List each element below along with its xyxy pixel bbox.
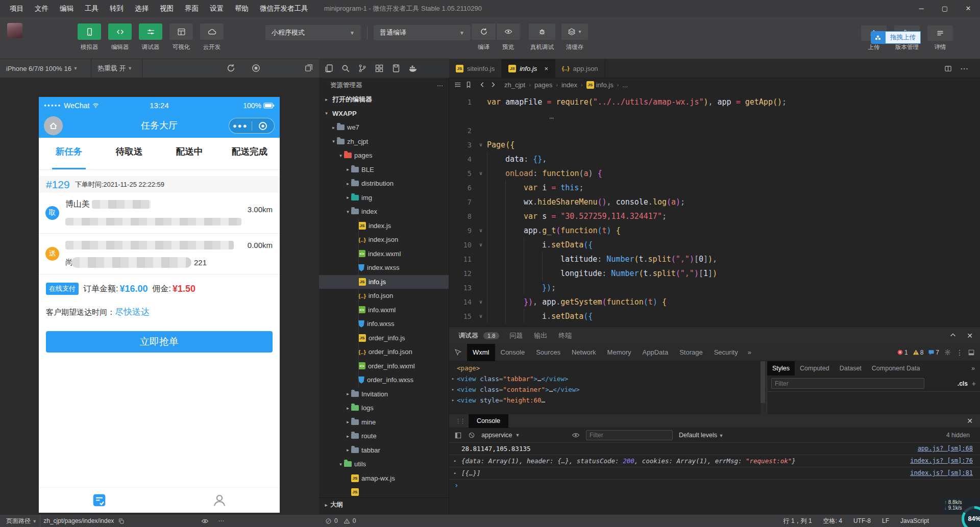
fold-chevron-icon[interactable]: ∨ [475, 166, 487, 181]
warning-count-badge[interactable]: 8 [913, 349, 924, 356]
tree-item-tabbar[interactable]: ▸tabbar [319, 443, 449, 458]
console-log-row-2[interactable]: ▸[{…}]index.js? [sm]:81 [449, 467, 980, 480]
styles-filter-input[interactable] [771, 378, 924, 389]
menu-item-2[interactable]: 编辑 [54, 0, 79, 17]
tree-item-index.wxss[interactable]: index.wxss [319, 261, 449, 275]
breadcrumb-item-...[interactable]: ... [622, 81, 628, 89]
editor-tab-siteinfo.js[interactable]: JSsiteinfo.js [449, 59, 502, 78]
devtools-tab-Console[interactable]: Console [495, 344, 531, 361]
styles-tab-Computed[interactable]: Computed [795, 361, 835, 375]
element-node-2[interactable]: ▸<view class="container">…</view> [449, 384, 761, 395]
compile-select[interactable]: 普通编译▼ [374, 25, 471, 40]
panel-tab-输出[interactable]: 输出 [534, 331, 547, 340]
tree-item-打开的编辑器[interactable]: ▸打开的编辑器 [319, 92, 449, 107]
menu-item-8[interactable]: 设置 [204, 0, 229, 17]
tab-console[interactable]: Console [469, 414, 508, 428]
maximize-button[interactable]: ▢ [933, 0, 957, 17]
task-tab-配送中[interactable]: 配送中 [159, 138, 219, 169]
exit-record-button[interactable] [252, 121, 275, 131]
devtools-more-icon[interactable]: ⋮ [956, 348, 963, 357]
device-select[interactable]: iPhone 6/7/8 100% 16 ▼ [0, 59, 84, 78]
menu-item-0[interactable]: 项目 [4, 0, 29, 17]
element-node-3[interactable]: ▸<view style="height:60… [449, 395, 761, 406]
breadcrumb-item-index[interactable]: index [561, 81, 577, 89]
expand-caret-icon[interactable]: ▸ [449, 384, 457, 395]
devtools-tab-Memory[interactable]: Memory [602, 344, 637, 361]
console-filter-input[interactable] [586, 430, 673, 440]
menu-item-3[interactable]: 工具 [79, 0, 104, 17]
sidebar-toggle-icon[interactable] [454, 432, 462, 439]
tree-item-index.wxml[interactable]: <>index.wxml [319, 247, 449, 261]
source-link[interactable]: index.js? [sm]:76 [910, 455, 973, 467]
collapse-panel-icon[interactable] [949, 332, 957, 340]
toolbar-button-可视化[interactable] [169, 23, 193, 40]
expand-caret-icon[interactable]: ▸ [454, 467, 456, 479]
tree-item-info.wxml[interactable]: <>info.wxml [319, 303, 449, 317]
wxml-elements-tree[interactable]: <page>▸<view class="tabbar">…</view>▸<vi… [449, 361, 761, 414]
tree-item-mine[interactable]: ▸mine [319, 415, 449, 430]
task-tab-新任务[interactable]: 新任务 [39, 138, 99, 169]
toolbar-button-模拟器[interactable] [78, 23, 101, 40]
tree-item-index[interactable]: ▾index [319, 205, 449, 219]
tree-item-distribution[interactable]: ▸distribution [319, 177, 449, 191]
fold-chevron-icon[interactable]: ∨ [475, 223, 487, 238]
close-tab-icon[interactable]: × [544, 65, 548, 72]
expand-caret-icon[interactable]: ▸ [454, 455, 456, 467]
action-button-编译[interactable] [472, 23, 496, 40]
context-select[interactable]: appservice▼ [481, 432, 566, 439]
toolbar-button-调试器[interactable] [139, 23, 162, 40]
styles-tab-Dataset[interactable]: Dataset [835, 361, 867, 375]
stop-icon[interactable] [251, 63, 261, 73]
devtools-tab-overflow-icon[interactable]: » [744, 348, 755, 356]
tree-item-Invitation[interactable]: ▸Invitation [319, 387, 449, 401]
expand-caret-icon[interactable]: ▸ [449, 395, 457, 406]
profile-tab-icon[interactable] [159, 488, 280, 513]
console-log-row-0[interactable]: 28.81147,105.83135app.js? [sm]:68 [449, 443, 980, 455]
pickup-block[interactable]: 取 博山美 3.00km [39, 193, 280, 233]
menu-item-10[interactable]: 微信开发者工具 [254, 0, 314, 17]
problems-summary[interactable]: 0 0 [325, 517, 356, 524]
menu-item-1[interactable]: 文件 [29, 0, 54, 17]
restart-icon[interactable] [226, 63, 236, 73]
tree-item-order_info.wxml[interactable]: <>order_info.wxml [319, 359, 449, 373]
copy-icon[interactable] [118, 518, 125, 524]
close-panel-icon[interactable]: ✕ [967, 332, 973, 340]
panel-tab-终端[interactable]: 终端 [558, 331, 572, 340]
drag-handle-icon[interactable]: ⋮⋮ [449, 418, 469, 424]
menu-item-7[interactable]: 界面 [179, 0, 204, 17]
console-log-row-1[interactable]: ▸{data: Array(1), header: {…}, statusCod… [449, 455, 980, 467]
tree-item-info.wxss[interactable]: info.wxss [319, 317, 449, 331]
panel-tab-问题[interactable]: 问题 [509, 331, 523, 340]
devtools-tab-AppData[interactable]: AppData [637, 344, 674, 361]
more-menu-button[interactable]: ●●● [229, 122, 252, 130]
element-node-1[interactable]: ▸<view class="tabbar">…</view> [449, 373, 761, 384]
outline-section[interactable]: ▸ 大纲 [319, 497, 449, 512]
fold-chevron-icon[interactable]: ∨ [475, 295, 487, 309]
avatar[interactable] [7, 23, 22, 38]
tree-item-order_info.wxss[interactable]: order_info.wxss [319, 373, 449, 387]
task-tab-待取送[interactable]: 待取送 [99, 138, 159, 169]
breadcrumb-item-zh_cjpt[interactable]: zh_cjpt [504, 81, 525, 89]
styles-tab-overflow-icon[interactable]: » [966, 365, 980, 372]
source-link[interactable]: index.js? [sm]:81 [910, 467, 973, 479]
cls-toggle[interactable]: .cls [958, 380, 968, 387]
drag-upload-hint[interactable]: 拖拽上传 [871, 31, 921, 44]
editor-tab-info.js[interactable]: JSinfo.js× [502, 59, 555, 78]
tree-item-index.js[interactable]: JSindex.js [319, 219, 449, 233]
action-button-预览[interactable] [496, 23, 520, 40]
tree-item-WXAPP[interactable]: ▾WXAPP [319, 107, 449, 121]
tree-item-route[interactable]: ▸route [319, 429, 449, 443]
detach-window-icon[interactable] [304, 63, 313, 72]
toolbar-button-详情[interactable] [927, 26, 953, 41]
add-style-icon[interactable]: + [972, 380, 976, 388]
tree-item-zh_cjpt[interactable]: ▾zh_cjpt [319, 135, 449, 149]
inspect-element-icon[interactable] [449, 348, 467, 356]
task-tab-配送完成[interactable]: 配送完成 [219, 138, 280, 169]
levels-select[interactable]: Default levels ▼ [679, 432, 723, 439]
eye-icon[interactable] [201, 517, 209, 525]
devtools-tab-Wxml[interactable]: Wxml [467, 344, 495, 361]
tree-item-img[interactable]: ▸img [319, 191, 449, 205]
bookmark-icon[interactable] [465, 81, 472, 88]
close-button[interactable]: ✕ [957, 0, 980, 17]
nav-back-icon[interactable] [479, 81, 486, 88]
